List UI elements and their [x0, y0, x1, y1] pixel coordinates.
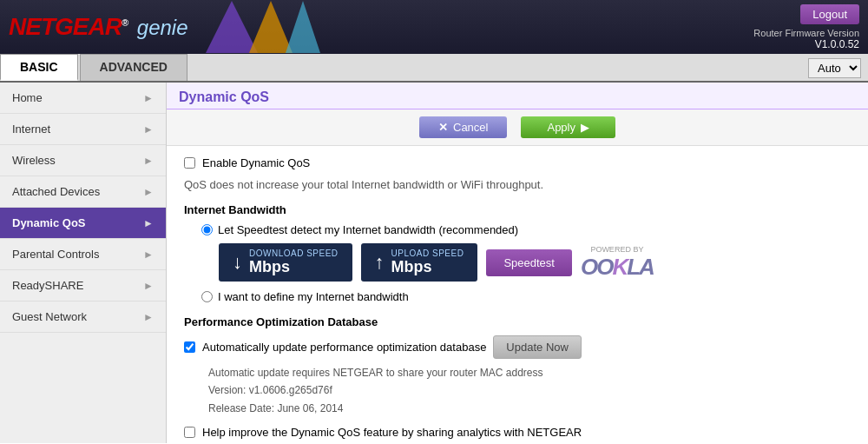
arrow-icon: ► [143, 186, 154, 198]
ookla-name: OOKLA [581, 254, 654, 281]
auto-info-3: Release Date: June 06, 2014 [208, 400, 851, 417]
sidebar-item-parental-controls[interactable]: Parental Controls ► [0, 239, 166, 270]
ookla-powered-label: POWERED BY [590, 245, 643, 254]
bandwidth-section-title: Internet Bandwidth [184, 203, 851, 216]
firmware-label: Router Firmware Version [753, 28, 859, 38]
logout-button[interactable]: Logout [800, 4, 859, 24]
speed-boxes-area: ↓ DOWNLOAD SPEED Mbps ↑ UPLOAD SPEED Mbp… [219, 243, 851, 282]
content-area: Dynamic QoS ✕ Cancel Apply ▶ Enable Dyna… [167, 83, 868, 443]
auto-info-1: Automatic update requires NETGEAR to sha… [208, 364, 851, 381]
perf-section: Performance Optimization Database Automa… [184, 315, 851, 439]
radio1-row: Let Speedtest detect my Internet bandwid… [201, 223, 851, 236]
arrow-icon: ► [143, 155, 154, 167]
firmware-version: V1.0.0.52 [753, 38, 859, 50]
auto-select-area[interactable]: Auto [808, 58, 861, 78]
sidebar-item-attached-devices[interactable]: Attached Devices ► [0, 176, 166, 208]
genie-logo: genie [137, 16, 188, 39]
sidebar-item-guest-network[interactable]: Guest Network ► [0, 302, 166, 333]
tab-bar: BASIC ADVANCED Auto [0, 54, 868, 83]
download-label: DOWNLOAD SPEED [249, 249, 339, 258]
upload-value: Mbps [391, 258, 432, 276]
enable-qos-row: Enable Dynamic QoS [184, 156, 851, 169]
trademark: ® [122, 17, 128, 28]
sidebar-item-internet[interactable]: Internet ► [0, 114, 166, 145]
arrow-icon: ► [143, 249, 154, 261]
speedtest-button[interactable]: Speedtest [486, 249, 572, 276]
main-layout: Home ► Internet ► Wireless ► Attached De… [0, 83, 868, 443]
sidebar: Home ► Internet ► Wireless ► Attached De… [0, 83, 167, 443]
upload-icon: ↑ [375, 251, 385, 274]
auto-update-label: Automatically update performance optimiz… [202, 341, 486, 354]
upload-speed-box: ↑ UPLOAD SPEED Mbps [361, 243, 478, 282]
tabs: BASIC ADVANCED [0, 54, 189, 81]
enable-qos-label: Enable Dynamic QoS [202, 156, 310, 169]
arrow-icon: ► [143, 280, 154, 292]
radio1-label: Let Speedtest detect my Internet bandwid… [218, 223, 518, 236]
analytics-label: Help improve the Dynamic QoS feature by … [202, 426, 582, 439]
header: NETGEAR® genie Logout Router Firmware Ve… [0, 0, 868, 54]
header-decoration [206, 1, 320, 53]
sidebar-item-wireless[interactable]: Wireless ► [0, 145, 166, 176]
download-icon: ↓ [233, 251, 242, 274]
content-body: Enable Dynamic QoS QoS does not increase… [167, 146, 868, 443]
auto-update-checkbox[interactable] [184, 341, 195, 353]
download-speed-box: ↓ DOWNLOAD SPEED Mbps [219, 243, 352, 282]
tab-advanced[interactable]: ADVANCED [80, 54, 187, 81]
upload-label: UPLOAD SPEED [391, 249, 464, 258]
auto-info-2: Version: v1.0606.g265d76f [208, 381, 851, 399]
radio-speedtest[interactable] [201, 224, 213, 235]
info-text: QoS does not increase your total Interne… [184, 178, 851, 191]
router-info: Logout Router Firmware Version V1.0.0.52 [753, 4, 859, 50]
radio2-row: I want to define my Internet bandwidth [201, 290, 851, 303]
perf-title: Performance Optimization Database [184, 315, 851, 328]
arrow-icon: ► [143, 123, 154, 136]
brand-logo: NETGEAR® [9, 13, 134, 40]
auto-update-info: Automatic update requires NETGEAR to sha… [208, 364, 851, 417]
analytics-row: Help improve the Dynamic QoS feature by … [184, 426, 851, 439]
analytics-checkbox[interactable] [184, 427, 195, 438]
cancel-button[interactable]: ✕ Cancel [419, 116, 507, 138]
page-title: Dynamic QoS [167, 83, 868, 109]
download-value: Mbps [249, 258, 290, 276]
ookla-logo: POWERED BY OOKLA [581, 245, 654, 281]
sidebar-item-home[interactable]: Home ► [0, 83, 166, 114]
x-icon: ✕ [438, 121, 448, 134]
arrow-icon: ► [143, 92, 154, 104]
tab-basic[interactable]: BASIC [0, 54, 78, 81]
auto-dropdown[interactable]: Auto [808, 58, 861, 78]
arrow-icon: ► [143, 311, 154, 323]
sidebar-item-readyshare[interactable]: ReadySHARE ► [0, 270, 166, 302]
enable-qos-checkbox[interactable] [184, 157, 195, 169]
radio-manual[interactable] [201, 291, 213, 302]
arrow-icon: ► [143, 217, 154, 229]
update-now-button[interactable]: Update Now [493, 335, 582, 359]
action-bar: ✕ Cancel Apply ▶ [167, 109, 868, 146]
arrow-right-icon: ▶ [581, 121, 589, 134]
logo-area: NETGEAR® genie [9, 13, 188, 41]
radio2-label: I want to define my Internet bandwidth [218, 290, 409, 303]
apply-button[interactable]: Apply ▶ [521, 116, 615, 138]
auto-update-row: Automatically update performance optimiz… [184, 335, 851, 359]
sidebar-item-dynamic-qos[interactable]: Dynamic QoS ► [0, 208, 166, 239]
